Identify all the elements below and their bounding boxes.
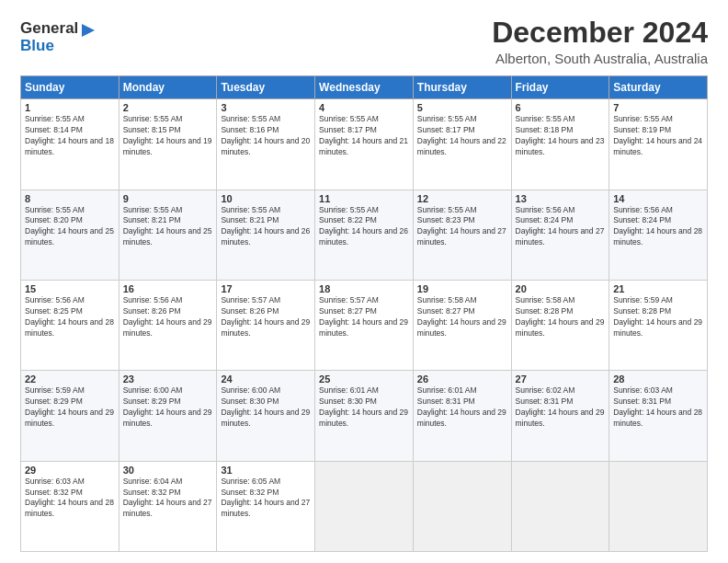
subtitle: Alberton, South Australia, Australia	[492, 51, 708, 66]
table-row: 6 Sunrise: 5:55 AMSunset: 8:18 PMDayligh…	[511, 99, 609, 190]
cell-info: Sunrise: 5:59 AMSunset: 8:29 PMDaylight:…	[25, 385, 114, 428]
day-number: 19	[417, 283, 507, 294]
cell-info: Sunrise: 6:02 AMSunset: 8:31 PMDaylight:…	[516, 385, 605, 428]
table-row: 28 Sunrise: 6:03 AMSunset: 8:31 PMDaylig…	[609, 371, 708, 461]
col-friday: Friday	[511, 76, 609, 99]
calendar-week-row: 22 Sunrise: 5:59 AMSunset: 8:29 PMDaylig…	[21, 371, 708, 461]
day-number: 3	[221, 102, 311, 113]
cell-info: Sunrise: 5:55 AMSunset: 8:21 PMDaylight:…	[123, 205, 212, 247]
cell-info: Sunrise: 5:55 AMSunset: 8:21 PMDaylight:…	[221, 205, 310, 247]
cell-info: Sunrise: 6:01 AMSunset: 8:31 PMDaylight:…	[417, 385, 506, 428]
day-number: 8	[25, 193, 115, 204]
day-number: 28	[613, 373, 703, 385]
table-row: 14 Sunrise: 5:56 AMSunset: 8:24 PMDaylig…	[609, 190, 708, 280]
table-row: 5 Sunrise: 5:55 AMSunset: 8:17 PMDayligh…	[413, 99, 511, 190]
day-number: 10	[221, 193, 311, 204]
day-number: 30	[123, 465, 213, 476]
cell-info: Sunrise: 5:58 AMSunset: 8:27 PMDaylight:…	[417, 295, 506, 338]
day-number: 6	[516, 102, 606, 113]
col-thursday: Thursday	[413, 76, 511, 99]
table-row: 15 Sunrise: 5:56 AMSunset: 8:25 PMDaylig…	[21, 280, 119, 370]
day-number: 4	[319, 102, 409, 113]
day-number: 24	[221, 373, 311, 385]
calendar-table: Sunday Monday Tuesday Wednesday Thursday…	[20, 75, 708, 552]
table-row: 30 Sunrise: 6:04 AMSunset: 8:32 PMDaylig…	[119, 461, 217, 551]
cell-info: Sunrise: 5:55 AMSunset: 8:18 PMDaylight:…	[516, 114, 605, 156]
day-number: 15	[25, 283, 115, 294]
table-row: 29 Sunrise: 6:03 AMSunset: 8:32 PMDaylig…	[21, 461, 119, 551]
cell-info: Sunrise: 5:57 AMSunset: 8:26 PMDaylight:…	[221, 295, 310, 338]
day-number: 16	[123, 283, 213, 294]
cell-info: Sunrise: 6:01 AMSunset: 8:30 PMDaylight:…	[319, 385, 408, 428]
table-row: 17 Sunrise: 5:57 AMSunset: 8:26 PMDaylig…	[217, 280, 315, 370]
cell-info: Sunrise: 6:04 AMSunset: 8:32 PMDaylight:…	[123, 477, 212, 519]
calendar-week-row: 15 Sunrise: 5:56 AMSunset: 8:25 PMDaylig…	[21, 280, 708, 370]
cell-info: Sunrise: 5:58 AMSunset: 8:28 PMDaylight:…	[516, 295, 605, 338]
cell-info: Sunrise: 5:55 AMSunset: 8:22 PMDaylight:…	[319, 205, 408, 247]
table-row: 25 Sunrise: 6:01 AMSunset: 8:30 PMDaylig…	[315, 371, 414, 461]
day-number: 23	[123, 373, 213, 385]
table-row: 11 Sunrise: 5:55 AMSunset: 8:22 PMDaylig…	[315, 190, 414, 280]
cell-info: Sunrise: 6:00 AMSunset: 8:30 PMDaylight:…	[221, 385, 310, 428]
day-number: 22	[25, 373, 115, 385]
day-number: 27	[516, 373, 606, 385]
logo-arrow-icon	[80, 22, 97, 39]
page: General Blue December 2024 Alberton, Sou…	[0, 0, 728, 563]
title-block: December 2024 Alberton, South Australia,…	[492, 17, 708, 66]
logo-text-blue: Blue	[20, 38, 78, 55]
logo: General Blue	[20, 20, 97, 54]
calendar-week-row: 29 Sunrise: 6:03 AMSunset: 8:32 PMDaylig…	[21, 461, 708, 551]
cell-info: Sunrise: 5:55 AMSunset: 8:17 PMDaylight:…	[319, 114, 408, 156]
day-number: 5	[417, 102, 507, 113]
table-row: 3 Sunrise: 5:55 AMSunset: 8:16 PMDayligh…	[217, 99, 315, 190]
col-monday: Monday	[119, 76, 217, 99]
cell-info: Sunrise: 5:55 AMSunset: 8:19 PMDaylight:…	[613, 114, 702, 156]
cell-info: Sunrise: 5:55 AMSunset: 8:20 PMDaylight:…	[25, 205, 114, 247]
table-row: 4 Sunrise: 5:55 AMSunset: 8:17 PMDayligh…	[315, 99, 414, 190]
cell-info: Sunrise: 5:59 AMSunset: 8:28 PMDaylight:…	[613, 295, 702, 338]
empty-cell	[315, 461, 414, 551]
day-number: 25	[319, 373, 409, 385]
table-row: 24 Sunrise: 6:00 AMSunset: 8:30 PMDaylig…	[217, 371, 315, 461]
day-number: 9	[123, 193, 213, 204]
table-row: 21 Sunrise: 5:59 AMSunset: 8:28 PMDaylig…	[609, 280, 708, 370]
cell-info: Sunrise: 5:55 AMSunset: 8:16 PMDaylight:…	[221, 114, 310, 156]
table-row: 20 Sunrise: 5:58 AMSunset: 8:28 PMDaylig…	[511, 280, 609, 370]
table-row: 12 Sunrise: 5:55 AMSunset: 8:23 PMDaylig…	[413, 190, 511, 280]
cell-info: Sunrise: 5:55 AMSunset: 8:17 PMDaylight:…	[417, 114, 506, 156]
header: General Blue December 2024 Alberton, Sou…	[20, 17, 708, 66]
main-title: December 2024	[492, 17, 708, 49]
table-row: 23 Sunrise: 6:00 AMSunset: 8:29 PMDaylig…	[119, 371, 217, 461]
day-number: 1	[25, 102, 115, 113]
day-number: 20	[516, 283, 606, 294]
table-row: 22 Sunrise: 5:59 AMSunset: 8:29 PMDaylig…	[21, 371, 119, 461]
cell-info: Sunrise: 5:57 AMSunset: 8:27 PMDaylight:…	[319, 295, 408, 338]
table-row: 10 Sunrise: 5:55 AMSunset: 8:21 PMDaylig…	[217, 190, 315, 280]
empty-cell	[413, 461, 511, 551]
calendar-week-row: 1 Sunrise: 5:55 AMSunset: 8:14 PMDayligh…	[21, 99, 708, 190]
cell-info: Sunrise: 6:00 AMSunset: 8:29 PMDaylight:…	[123, 385, 212, 428]
cell-info: Sunrise: 5:55 AMSunset: 8:23 PMDaylight:…	[417, 205, 506, 247]
table-row: 18 Sunrise: 5:57 AMSunset: 8:27 PMDaylig…	[315, 280, 414, 370]
cell-info: Sunrise: 6:03 AMSunset: 8:31 PMDaylight:…	[613, 385, 702, 428]
day-number: 31	[221, 465, 311, 476]
table-row: 9 Sunrise: 5:55 AMSunset: 8:21 PMDayligh…	[119, 190, 217, 280]
empty-cell	[511, 461, 609, 551]
cell-info: Sunrise: 5:55 AMSunset: 8:15 PMDaylight:…	[123, 114, 212, 156]
day-number: 14	[613, 193, 703, 204]
cell-info: Sunrise: 6:05 AMSunset: 8:32 PMDaylight:…	[221, 477, 310, 519]
day-number: 29	[25, 465, 115, 476]
table-row: 7 Sunrise: 5:55 AMSunset: 8:19 PMDayligh…	[609, 99, 708, 190]
cell-info: Sunrise: 5:56 AMSunset: 8:24 PMDaylight:…	[613, 205, 702, 247]
cell-info: Sunrise: 5:56 AMSunset: 8:25 PMDaylight:…	[25, 295, 114, 338]
col-sunday: Sunday	[21, 76, 119, 99]
table-row: 26 Sunrise: 6:01 AMSunset: 8:31 PMDaylig…	[413, 371, 511, 461]
calendar-header-row: Sunday Monday Tuesday Wednesday Thursday…	[21, 76, 708, 99]
table-row: 31 Sunrise: 6:05 AMSunset: 8:32 PMDaylig…	[217, 461, 315, 551]
table-row: 13 Sunrise: 5:56 AMSunset: 8:24 PMDaylig…	[511, 190, 609, 280]
col-saturday: Saturday	[609, 76, 708, 99]
calendar-week-row: 8 Sunrise: 5:55 AMSunset: 8:20 PMDayligh…	[21, 190, 708, 280]
empty-cell	[609, 461, 708, 551]
col-tuesday: Tuesday	[217, 76, 315, 99]
day-number: 17	[221, 283, 311, 294]
